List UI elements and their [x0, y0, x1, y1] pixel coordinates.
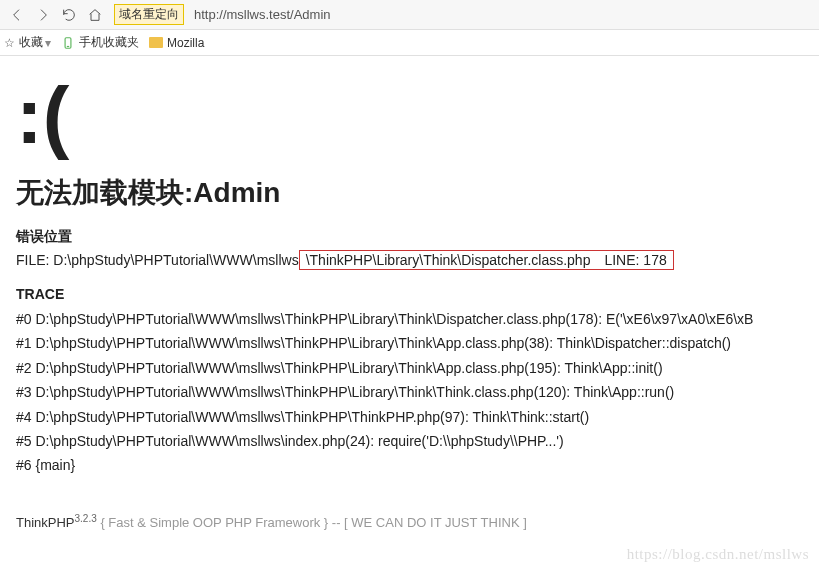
address-bar-url[interactable]: http://msllws.test/Admin — [190, 7, 331, 22]
back-button[interactable] — [4, 2, 30, 28]
watermark-text: https://blog.csdn.net/msllws — [627, 546, 809, 563]
error-file-line: FILE: D:\phpStudy\PHPTutorial\WWW\msllws… — [16, 252, 803, 268]
mobile-icon — [61, 36, 75, 50]
sad-face-icon: :( — [16, 76, 803, 156]
home-button[interactable] — [82, 2, 108, 28]
framework-version: 3.2.3 — [75, 513, 97, 524]
favorites-label[interactable]: ☆ 收藏 ▾ — [4, 34, 51, 51]
chevron-down-icon: ▾ — [45, 36, 51, 50]
trace-line: #5 D:\phpStudy\PHPTutorial\WWW\msllws\in… — [16, 430, 803, 452]
refresh-button[interactable] — [56, 2, 82, 28]
error-title: 无法加载模块:Admin — [16, 174, 803, 212]
framework-name: ThinkPHP — [16, 515, 75, 530]
folder-icon — [149, 37, 163, 48]
forward-button[interactable] — [30, 2, 56, 28]
domain-redirect-badge: 域名重定向 — [114, 4, 184, 25]
favorites-text: 收藏 — [19, 34, 43, 51]
star-icon: ☆ — [4, 36, 15, 50]
trace-list: #0 D:\phpStudy\PHPTutorial\WWW\msllws\Th… — [16, 308, 803, 477]
bookmark-mobile[interactable]: 手机收藏夹 — [61, 34, 139, 51]
bookmarks-bar: ☆ 收藏 ▾ 手机收藏夹 Mozilla — [0, 30, 819, 56]
error-file-highlight: \ThinkPHP\Library\Think\Dispatcher.class… — [299, 250, 674, 270]
trace-line: #1 D:\phpStudy\PHPTutorial\WWW\msllws\Th… — [16, 332, 803, 354]
trace-line: #2 D:\phpStudy\PHPTutorial\WWW\msllws\Th… — [16, 357, 803, 379]
trace-label: TRACE — [16, 286, 803, 302]
trace-line: #3 D:\phpStudy\PHPTutorial\WWW\msllws\Th… — [16, 381, 803, 403]
error-location-label: 错误位置 — [16, 228, 803, 246]
trace-line: #4 D:\phpStudy\PHPTutorial\WWW\msllws\Th… — [16, 406, 803, 428]
error-file-prefix: FILE: D:\phpStudy\PHPTutorial\WWW\msllws — [16, 252, 299, 268]
framework-slogan: { Fast & Simple OOP PHP Framework } -- [… — [97, 515, 527, 530]
browser-toolbar: 域名重定向 http://msllws.test/Admin — [0, 0, 819, 30]
trace-line: #0 D:\phpStudy\PHPTutorial\WWW\msllws\Th… — [16, 308, 803, 330]
trace-line: #6 {main} — [16, 454, 803, 476]
framework-footer: ThinkPHP3.2.3 { Fast & Simple OOP PHP Fr… — [16, 513, 803, 530]
bookmark-mozilla-label: Mozilla — [167, 36, 204, 50]
bookmark-mozilla[interactable]: Mozilla — [149, 36, 204, 50]
bookmark-mobile-label: 手机收藏夹 — [79, 34, 139, 51]
error-page: :( 无法加载模块:Admin 错误位置 FILE: D:\phpStudy\P… — [0, 56, 819, 530]
